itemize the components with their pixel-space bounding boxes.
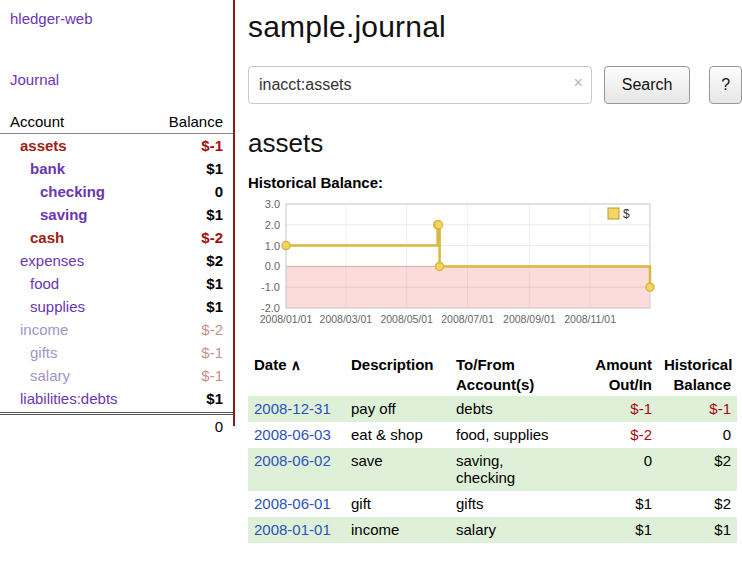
transaction-date-cell: 2008-12-31 — [248, 396, 345, 422]
accounts-header-account: Account — [10, 113, 64, 130]
search-input[interactable] — [248, 66, 592, 104]
transaction-balance: 0 — [658, 422, 737, 448]
transaction-description: eat & shop — [345, 422, 450, 448]
account-row-assets: assets $-1 — [0, 134, 233, 157]
search-button[interactable]: Search — [604, 66, 691, 104]
svg-text:3.0: 3.0 — [265, 198, 280, 210]
clear-search-icon[interactable]: × — [573, 75, 582, 91]
account-link-saving[interactable]: saving — [10, 206, 88, 223]
column-header-account: To/From Account(s) — [450, 353, 580, 396]
account-row-checking: checking 0 — [0, 180, 233, 203]
register-row: 2008-06-01 gift gifts $1 $2 — [248, 491, 737, 517]
account-balance: 0 — [215, 183, 223, 200]
account-link-salary[interactable]: salary — [10, 367, 70, 384]
account-link-checking[interactable]: checking — [10, 183, 105, 200]
transaction-accounts: salary — [450, 517, 580, 543]
transaction-description: income — [345, 517, 450, 543]
app-title-link[interactable]: hledger-web — [0, 0, 233, 27]
account-link-assets[interactable]: assets — [10, 137, 67, 154]
accounts-total-row: 0 — [0, 412, 233, 438]
search-bar: × Search ? — [248, 66, 742, 104]
transaction-accounts: gifts — [450, 491, 580, 517]
page-title: sample.journal — [248, 10, 742, 44]
transaction-date-link[interactable]: 2008-06-02 — [254, 452, 331, 469]
account-link-income[interactable]: income — [10, 321, 68, 338]
historical-balance-chart: 3.02.01.00.0-1.0-2.02008/01/012008/03/01… — [248, 196, 660, 338]
svg-text:2008/01/01: 2008/01/01 — [260, 313, 313, 325]
svg-text:2008/11/01: 2008/11/01 — [564, 313, 616, 325]
account-link-gifts[interactable]: gifts — [10, 344, 58, 361]
account-link-liabilities-debts[interactable]: liabilities:debts — [10, 390, 118, 407]
transaction-date-cell: 2008-06-02 — [248, 448, 345, 491]
account-link-cash[interactable]: cash — [10, 229, 64, 246]
column-header-balance: Historical Balance — [658, 353, 737, 396]
help-button[interactable]: ? — [709, 66, 742, 104]
transaction-date-cell: 2008-01-01 — [248, 517, 345, 543]
sort-ascending-icon: ∧ — [291, 357, 301, 373]
transaction-amount: 0 — [580, 448, 658, 491]
column-header-date[interactable]: Date ∧ — [248, 353, 345, 396]
accounts-total-value: 0 — [215, 418, 223, 435]
account-row-expenses: expenses $2 — [0, 249, 233, 272]
register-row: 2008-06-02 save saving, checking 0 $2 — [248, 448, 737, 491]
main-content: sample.journal × Search ? assets Histori… — [235, 0, 742, 543]
transaction-date-cell: 2008-06-01 — [248, 491, 345, 517]
account-balance: $1 — [206, 160, 223, 177]
transaction-date-link[interactable]: 2008-12-31 — [254, 400, 331, 417]
account-row-income: income $-2 — [0, 318, 233, 341]
account-balance: $-2 — [201, 229, 223, 246]
transaction-amount: $-2 — [580, 422, 658, 448]
sidebar: hledger-web Journal Account Balance asse… — [0, 0, 233, 438]
svg-text:1.0: 1.0 — [265, 240, 280, 252]
column-header-amount: Amount Out/In — [580, 353, 658, 396]
account-balance: $1 — [206, 298, 223, 315]
transaction-amount: $-1 — [580, 396, 658, 422]
transaction-balance: $2 — [658, 491, 737, 517]
svg-text:$: $ — [623, 207, 630, 221]
account-link-food[interactable]: food — [10, 275, 59, 292]
register-row: 2008-06-03 eat & shop food, supplies $-2… — [248, 422, 737, 448]
accounts-table-header: Account Balance — [0, 110, 233, 134]
transaction-amount: $1 — [580, 517, 658, 543]
account-balance: $-1 — [201, 137, 223, 154]
account-balance: $-2 — [201, 321, 223, 338]
account-row-cash: cash $-2 — [0, 226, 233, 249]
sidebar-item-journal[interactable]: Journal — [0, 71, 233, 88]
transaction-balance: $2 — [658, 448, 737, 491]
register-row: 2008-12-31 pay off debts $-1 $-1 — [248, 396, 737, 422]
svg-text:2008/09/01: 2008/09/01 — [503, 313, 556, 325]
account-balance: $-1 — [201, 344, 223, 361]
account-link-supplies[interactable]: supplies — [10, 298, 85, 315]
accounts-header-balance: Balance — [169, 113, 223, 130]
transaction-date-link[interactable]: 2008-06-03 — [254, 426, 331, 443]
account-heading: assets — [248, 128, 742, 159]
svg-text:2008/03/01: 2008/03/01 — [320, 313, 373, 325]
register-row: 2008-01-01 income salary $1 $1 — [248, 517, 737, 543]
account-row-gifts: gifts $-1 — [0, 341, 233, 364]
account-row-supplies: supplies $1 — [0, 295, 233, 318]
column-header-description: Description — [345, 353, 450, 396]
transaction-description: pay off — [345, 396, 450, 422]
account-row-food: food $1 — [0, 272, 233, 295]
transaction-date-link[interactable]: 2008-01-01 — [254, 521, 331, 538]
transaction-accounts: saving, checking — [450, 448, 580, 491]
account-link-expenses[interactable]: expenses — [10, 252, 84, 269]
svg-text:2008/07/01: 2008/07/01 — [441, 313, 494, 325]
transaction-accounts: food, supplies — [450, 422, 580, 448]
account-balance: $-1 — [201, 367, 223, 384]
search-input-wrap: × — [248, 66, 592, 104]
register-table: Date ∧ Description To/From Account(s) Am… — [248, 353, 737, 543]
transaction-amount: $1 — [580, 491, 658, 517]
account-row-liabilities-debts: liabilities:debts $1 — [0, 387, 233, 410]
account-link-bank[interactable]: bank — [10, 160, 65, 177]
svg-text:2.0: 2.0 — [265, 219, 280, 231]
account-balance: $1 — [206, 206, 223, 223]
transaction-date-cell: 2008-06-03 — [248, 422, 345, 448]
account-row-salary: salary $-1 — [0, 364, 233, 387]
account-balance: $1 — [206, 390, 223, 407]
account-row-saving: saving $1 — [0, 203, 233, 226]
register-header-row: Date ∧ Description To/From Account(s) Am… — [248, 353, 737, 396]
transaction-accounts: debts — [450, 396, 580, 422]
transaction-date-link[interactable]: 2008-06-01 — [254, 495, 331, 512]
transaction-description: save — [345, 448, 450, 491]
